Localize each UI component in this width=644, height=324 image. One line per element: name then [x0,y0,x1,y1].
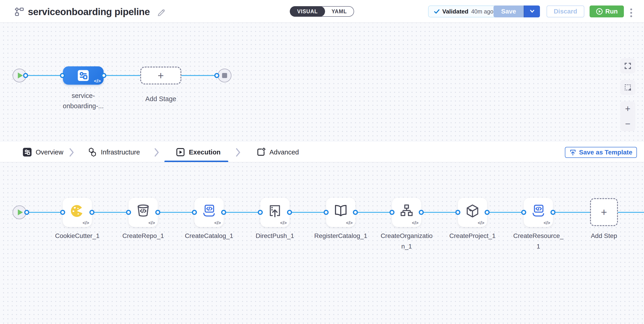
tab-execution[interactable]: Execution [176,147,221,157]
step-label: CreateRepo_1 [117,231,170,241]
create-project-icon [465,204,480,218]
port[interactable] [126,210,131,215]
run-label: Run [605,8,618,15]
port[interactable] [90,210,94,215]
tab-execution-label: Execution [189,149,221,156]
add-stage-button[interactable]: + [140,67,181,84]
template-upload-icon [570,149,576,156]
plus-icon: + [158,70,164,81]
step-node-cookiecutter[interactable]: </> [63,198,92,227]
port[interactable] [419,210,424,215]
zoom-out-button[interactable]: − [625,118,630,129]
step-node-createorganization[interactable]: </> [392,198,421,227]
save-as-template-button[interactable]: Save as Template [565,147,637,158]
step-label: CookieCutter_1 [51,231,104,241]
step-label: CreateOrganization_1 [380,231,433,252]
chevron-right-icon [235,148,241,157]
fullscreen-icon [624,62,632,70]
port[interactable] [521,210,526,215]
run-button[interactable]: Run [590,6,624,18]
port[interactable] [353,210,358,215]
more-options-button[interactable] [629,8,633,18]
save-button[interactable]: Save [494,6,524,18]
port[interactable] [24,210,29,215]
step-code-badge: </> [478,220,484,226]
start-play-icon [18,73,23,79]
direct-push-icon [268,204,282,218]
port[interactable] [60,73,65,78]
save-menu-button[interactable] [524,6,540,18]
marquee-select-icon [624,83,632,92]
check-icon [434,9,440,14]
step-node-createcatalog[interactable]: </> [194,198,224,227]
port[interactable] [484,210,490,215]
tab-overview-label: Overview [36,149,63,156]
step-node-createproject[interactable]: </> [458,198,487,227]
active-tab-underline [164,161,228,162]
chevron-right-icon [68,148,74,157]
tab-infrastructure[interactable]: Infrastructure [88,147,140,157]
tab-overview[interactable]: Overview [22,147,63,157]
step-label: CreateCatalog_1 [182,231,236,241]
pipeline-end-node [218,69,232,82]
step-node-directpush[interactable]: </> [260,198,290,227]
zoom-controls: + − [620,101,635,131]
validated-time: 40m ago [471,8,493,15]
stage-pipeline-icon [77,69,90,82]
port[interactable] [214,73,219,78]
port[interactable] [324,210,329,215]
port[interactable] [101,73,106,78]
pipeline-icon [13,7,24,18]
stage-connector-line [26,75,217,76]
stage-node-service-onboarding[interactable]: </> [63,66,104,85]
run-play-icon [596,8,603,15]
port[interactable] [221,210,226,215]
step-code-badge: </> [280,220,287,226]
edit-pencil-icon[interactable] [157,7,166,17]
stage-canvas[interactable]: </> + service-onboarding-... Add Stage +… [0,23,644,142]
execution-canvas[interactable]: </> </> </> </> [0,162,644,323]
add-stage-label: Add Stage [138,94,184,104]
tab-infrastructure-label: Infrastructure [101,149,140,156]
port[interactable] [287,210,292,215]
stage-label: service-onboarding-... [56,91,111,111]
step-code-badge: </> [544,220,550,226]
step-node-createrepo[interactable]: </> [128,198,158,227]
discard-button[interactable]: Discard [546,6,584,18]
create-catalog-icon [202,204,216,218]
fullscreen-button[interactable] [620,58,635,74]
cookiecutter-icon [70,204,84,218]
header: serviceonboarding pipeline VISUAL YAML V… [0,0,644,23]
port[interactable] [258,210,263,215]
step-label: CreateResource_1 [512,231,565,252]
step-code-badge: </> [412,220,418,226]
start-play-icon [18,209,23,215]
port[interactable] [390,210,394,215]
select-area-button[interactable] [620,80,635,95]
add-step-label: Add Step [581,231,627,241]
create-organization-icon [399,204,414,218]
toggle-yaml[interactable]: YAML [325,9,354,15]
add-step-button[interactable]: + [590,198,618,226]
port[interactable] [23,73,28,78]
stage-code-badge: </> [94,78,101,84]
port[interactable] [155,210,160,215]
step-node-createresource[interactable]: </> [524,198,553,227]
port[interactable] [455,210,460,215]
stage-tabbar: Overview Infrastructure Execution Advanc… [0,142,644,162]
step-label: CreateProject_1 [446,231,499,241]
step-node-registercatalog[interactable]: </> [326,198,356,227]
create-resource-icon [531,204,546,218]
port[interactable] [192,210,197,215]
tab-advanced-label: Advanced [270,149,299,156]
validated-badge[interactable]: Validated 40m ago [428,6,499,18]
plus-icon: + [601,207,607,217]
port[interactable] [550,210,556,215]
toggle-visual[interactable]: VISUAL [290,6,325,17]
zoom-in-button[interactable]: + [625,103,630,114]
create-repo-icon [136,204,150,218]
tab-advanced[interactable]: Advanced [256,147,299,157]
infrastructure-icon [88,147,97,157]
port[interactable] [60,210,65,215]
stop-square-icon [222,73,227,78]
